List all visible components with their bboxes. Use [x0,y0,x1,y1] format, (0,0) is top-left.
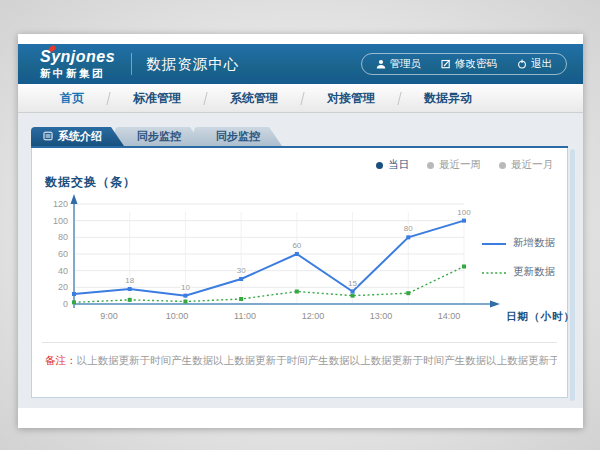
scrollbar[interactable] [570,149,575,401]
app-title: 数据资源中心 [146,55,239,74]
footnote: 备注：以上数据更新于时间产生数据以上数据更新于时间产生数据以上数据更新于时间产生… [45,354,557,368]
app-header: Synjones 新中新集团 数据资源中心 管理员 修改密码 [18,44,583,84]
legend-new-data[interactable]: 新增数据 [482,234,555,252]
user-menu: 管理员 修改密码 退出 [361,53,568,75]
svg-text:30: 30 [237,266,246,275]
nav-item-system-mgmt[interactable]: 系统管理 [206,90,302,107]
solid-line-icon [482,234,506,252]
legend-label: 更新数据 [513,265,555,279]
admin-user-button[interactable]: 管理员 [366,57,432,71]
tab-label: 同步监控 [137,129,181,144]
logout-label: 退出 [531,57,552,71]
system-intro-panel: 当日 最近一周 最近一月 数据交换（条） 0204060801001209:00… [31,148,568,398]
power-icon [517,59,527,69]
svg-text:10:00: 10:00 [166,311,189,321]
chart-legend: 新增数据 更新数据 [482,234,555,281]
svg-text:11:00: 11:00 [234,311,256,321]
page-top-strip [18,34,583,44]
svg-text:9:00: 9:00 [100,311,118,321]
svg-text:20: 20 [58,282,68,292]
logo-wordmark: Synjones [40,49,115,65]
svg-text:日期（小时）: 日期（小时） [506,310,575,323]
radio-dot-icon [427,162,434,169]
time-range-filter: 当日 最近一周 最近一月 [376,158,553,172]
radio-label: 最近一月 [511,158,553,172]
nav-item-home[interactable]: 首页 [36,90,108,107]
tab-system-intro[interactable]: 系统介绍 [31,127,124,146]
change-password-label: 修改密码 [455,57,497,71]
tab-sync-monitor-2[interactable]: 同步监控 [194,127,282,146]
app-window: Synjones 新中新集团 数据资源中心 管理员 修改密码 [18,34,583,428]
main-nav: 首页 标准管理 系统管理 对接管理 数据异动 [18,84,583,113]
svg-text:13:00: 13:00 [370,311,393,321]
tab-bar: 系统介绍 同步监控 同步监控 [31,127,568,146]
change-password-button[interactable]: 修改密码 [431,57,507,71]
nav-item-data-change[interactable]: 数据异动 [400,90,496,107]
svg-text:120: 120 [53,199,68,209]
page-footer [18,408,583,428]
radio-label: 当日 [388,158,409,172]
radio-today[interactable]: 当日 [376,158,409,172]
legend-updated-data[interactable]: 更新数据 [482,263,555,281]
radio-last-week[interactable]: 最近一周 [427,158,481,172]
content-area: 系统介绍 同步监控 同步监控 当日 最近一周 [18,113,583,408]
svg-text:60: 60 [58,249,68,259]
radio-dot-icon [499,162,506,169]
admin-user-label: 管理员 [390,57,422,71]
footnote-label: 备注： [45,354,77,366]
synjones-logo: Synjones 新中新集团 [40,49,115,79]
user-icon [376,59,386,69]
logout-button[interactable]: 退出 [507,57,562,71]
radio-dot-icon [376,162,383,169]
tab-sync-monitor-1[interactable]: 同步监控 [115,127,203,146]
svg-text:60: 60 [292,241,301,250]
nav-item-standard-mgmt[interactable]: 标准管理 [109,90,205,107]
svg-text:0: 0 [63,299,68,309]
svg-text:10: 10 [181,283,190,292]
svg-text:12:00: 12:00 [302,311,325,321]
svg-text:14:00: 14:00 [438,311,461,321]
dotted-line-icon [482,263,506,281]
tab-label: 系统介绍 [58,129,102,144]
svg-text:80: 80 [404,224,413,233]
edit-icon [441,59,451,69]
logo-company-name: 新中新集团 [40,68,115,79]
footnote-text: 以上数据更新于时间产生数据以上数据更新于时间产生数据以上数据更新于时间产生数据以… [77,354,558,366]
chart-title: 数据交换（条） [45,174,136,191]
svg-text:18: 18 [125,276,134,285]
svg-text:15: 15 [348,279,357,288]
svg-text:80: 80 [58,232,68,242]
tab-label: 同步监控 [216,129,260,144]
radio-label: 最近一周 [439,158,481,172]
document-icon [43,131,53,143]
nav-item-interface-mgmt[interactable]: 对接管理 [303,90,399,107]
legend-label: 新增数据 [513,236,555,250]
svg-text:100: 100 [53,216,68,226]
svg-text:40: 40 [58,266,68,276]
header-divider [131,53,132,75]
svg-text:100: 100 [457,208,471,217]
panel-divider [42,342,557,343]
radio-last-month[interactable]: 最近一月 [499,158,553,172]
